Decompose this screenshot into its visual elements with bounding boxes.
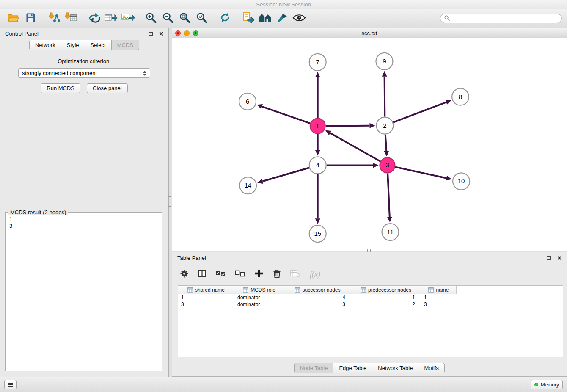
network-edge-1-7[interactable]: [315, 72, 320, 118]
search-input[interactable]: [452, 16, 558, 22]
search-box[interactable]: [440, 14, 562, 23]
mcds-result-list: 13: [7, 216, 160, 229]
network-edge-2-3[interactable]: [384, 135, 389, 157]
style-brush-icon: [276, 12, 288, 25]
table-toolbar: f(x): [172, 263, 567, 285]
close-table-panel-icon[interactable]: [557, 256, 561, 260]
table-cell: 1: [351, 294, 421, 301]
column-header-predecessor-nodes[interactable]: predecessor nodes: [351, 286, 421, 294]
delete-column-button[interactable]: [290, 270, 300, 279]
memory-button[interactable]: Memory: [531, 380, 563, 389]
zoom-fit-button[interactable]: [176, 11, 193, 26]
settings-button[interactable]: [180, 269, 189, 280]
tab-style[interactable]: Style: [61, 40, 85, 50]
open-file-button[interactable]: [5, 11, 22, 26]
zoom-window-button[interactable]: +: [193, 30, 198, 36]
close-panel-button[interactable]: Close panel: [87, 83, 128, 93]
network-node-10[interactable]: 10: [453, 173, 470, 190]
tab-motifs[interactable]: Motifs: [418, 363, 445, 373]
tab-edge-table[interactable]: Edge Table: [333, 363, 372, 373]
add-row-button[interactable]: [254, 269, 264, 280]
column-header-successor-nodes[interactable]: successor nodes: [284, 286, 351, 294]
refresh-view-button[interactable]: [217, 11, 234, 26]
task-history-button[interactable]: [4, 380, 17, 389]
zoom-out-button[interactable]: [160, 11, 176, 26]
window-title: Session: New Session: [256, 1, 311, 8]
optimization-criterion-select[interactable]: strongly connected component: [18, 68, 150, 78]
close-control-panel-icon[interactable]: [159, 31, 163, 36]
network-edge-1-4[interactable]: [315, 134, 320, 156]
select-all-button[interactable]: [215, 270, 226, 279]
network-node-6[interactable]: 6: [239, 93, 256, 110]
export-table-button[interactable]: [102, 11, 119, 26]
network-node-14[interactable]: 14: [239, 177, 256, 194]
zoom-selected-button[interactable]: [193, 11, 210, 26]
column-header-shared-name[interactable]: shared name: [178, 286, 234, 294]
network-node-15[interactable]: 15: [309, 225, 326, 242]
tab-mcds[interactable]: MCDS: [111, 40, 139, 50]
svg-text:8: 8: [459, 93, 462, 100]
tab-network-table[interactable]: Network Table: [372, 363, 418, 373]
mcds-result-title: MCDS result (2 nodes): [8, 209, 68, 215]
zoom-fit-icon: [179, 12, 191, 25]
network-node-8[interactable]: 8: [452, 88, 469, 105]
tab-node-table[interactable]: Node Table: [294, 363, 334, 373]
network-node-3[interactable]: 3: [380, 157, 395, 173]
tab-select[interactable]: Select: [85, 40, 112, 50]
style-brush-button[interactable]: [274, 11, 291, 26]
network-edge-2-8[interactable]: [393, 100, 451, 122]
home-button[interactable]: [257, 11, 274, 26]
save-session-icon: [25, 12, 36, 25]
horizontal-splitter-handle[interactable]: [364, 249, 374, 252]
network-node-1[interactable]: 1: [310, 119, 325, 134]
network-edge-4-15[interactable]: [315, 174, 320, 224]
network-canvas[interactable]: 7968124314101511: [172, 38, 567, 251]
delete-row-button[interactable]: [273, 269, 281, 280]
status-bar: Memory: [0, 377, 567, 392]
network-edge-1-2[interactable]: [326, 123, 375, 128]
unselect-all-button[interactable]: [235, 270, 245, 279]
run-mcds-button[interactable]: Run MCDS: [41, 83, 80, 93]
network-node-11[interactable]: 11: [382, 224, 399, 240]
network-edge-2-9[interactable]: [382, 71, 387, 117]
window-controls: × − +: [175, 30, 198, 36]
main-area: Control Panel NetworkStyleSelectMCDS Opt…: [0, 28, 567, 377]
network-edge-4-14[interactable]: [257, 168, 309, 184]
network-node-2[interactable]: 2: [376, 117, 393, 134]
column-header-name[interactable]: name: [421, 286, 457, 294]
network-document-button[interactable]: [240, 11, 257, 26]
svg-text:3: 3: [385, 161, 389, 168]
float-table-panel-icon[interactable]: [547, 256, 551, 260]
table-row[interactable]: 1dominator411: [178, 294, 563, 301]
minimize-window-button[interactable]: −: [184, 30, 190, 36]
vertical-splitter-handle[interactable]: [168, 196, 171, 207]
import-network-button[interactable]: [45, 11, 62, 26]
show-graphics-details-button[interactable]: [291, 11, 308, 26]
export-image-button[interactable]: [119, 11, 136, 26]
column-header-label: successor nodes: [302, 287, 340, 293]
network-edge-1-6[interactable]: [257, 104, 310, 123]
network-edge-3-10[interactable]: [395, 167, 452, 180]
column-visibility-button[interactable]: [198, 270, 206, 279]
table-row[interactable]: 3dominator323: [178, 301, 563, 308]
network-node-4[interactable]: 4: [309, 157, 326, 174]
float-panel-icon[interactable]: [149, 32, 153, 36]
mcds-result-item: 1: [7, 216, 160, 223]
function-builder-button[interactable]: f(x): [310, 270, 320, 279]
close-window-button[interactable]: ×: [175, 30, 181, 36]
table-panel: Table Panel f(x) shared nameMCDS rolesuc…: [172, 252, 567, 377]
network-node-7[interactable]: 7: [309, 54, 326, 71]
network-edge-3-1[interactable]: [325, 130, 380, 161]
save-session-button[interactable]: [22, 11, 39, 26]
network-edge-3-11[interactable]: [387, 173, 392, 222]
tab-network[interactable]: Network: [29, 40, 61, 50]
export-network-button[interactable]: [85, 11, 102, 26]
column-header-mcds-role[interactable]: MCDS role: [234, 286, 284, 294]
zoom-in-button[interactable]: [143, 11, 160, 26]
network-edge-4-3[interactable]: [327, 163, 379, 168]
export-table-icon: [104, 12, 118, 25]
column-visibility-icon: [198, 270, 206, 279]
svg-text:4: 4: [316, 161, 319, 168]
import-table-button[interactable]: [62, 11, 79, 26]
network-node-9[interactable]: 9: [376, 53, 393, 70]
